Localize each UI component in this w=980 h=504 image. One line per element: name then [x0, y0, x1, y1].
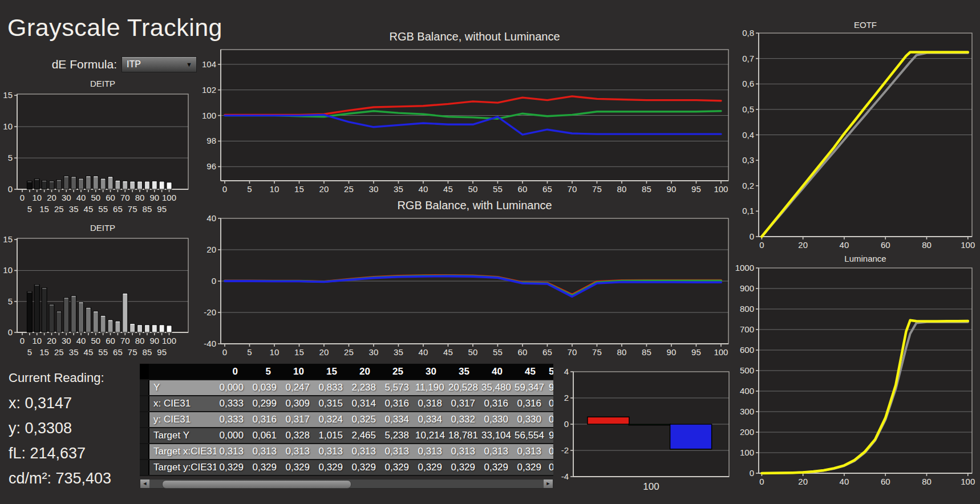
table-cell: 0,313 — [382, 444, 415, 460]
scrollbar-thumb[interactable] — [162, 480, 351, 489]
table-cell: 0,000 — [216, 428, 249, 444]
svg-text:20: 20 — [319, 347, 329, 357]
svg-text:55: 55 — [493, 347, 503, 357]
table-row: Target Y0,0000,0610,3281,0152,4655,23810… — [140, 428, 553, 444]
rgb-balance-without-luminance-chart: 9698100102104051015202530354045505560657… — [197, 26, 736, 197]
table-cell: 0,314 — [349, 396, 382, 412]
table-cell: 56,554 — [514, 428, 547, 444]
table-row-gutter — [140, 444, 149, 460]
table-cell: 0,325 — [349, 412, 382, 428]
svg-text:10: 10 — [270, 347, 280, 357]
svg-text:600: 600 — [740, 345, 754, 355]
table-header-label-cell — [149, 364, 216, 380]
table-column-header: 0 — [216, 364, 249, 380]
svg-text:85: 85 — [143, 347, 152, 356]
svg-text:0: 0 — [750, 468, 754, 478]
table-cell: 0,332 — [448, 412, 481, 428]
deitp-chart-top: 0510150510152025303540455055606570758085… — [0, 74, 194, 214]
svg-text:0: 0 — [20, 336, 25, 346]
svg-text:900: 900 — [740, 283, 754, 293]
svg-text:70: 70 — [120, 193, 130, 202]
table-cell: 0,329 — [349, 460, 382, 475]
svg-text:100: 100 — [961, 240, 975, 250]
svg-text:5: 5 — [247, 184, 252, 194]
svg-text:40: 40 — [206, 213, 216, 223]
svg-text:80: 80 — [922, 477, 932, 486]
svg-text:80: 80 — [617, 347, 627, 357]
table-column-header: 10 — [282, 364, 315, 380]
svg-text:0,5: 0,5 — [742, 104, 754, 114]
table-cell: 0,313 — [514, 444, 547, 460]
scrollbar-left-arrow[interactable]: ◄ — [140, 479, 149, 488]
table-row: Target x:CIE310,3130,3130,3130,3130,3130… — [140, 444, 553, 460]
svg-text:45: 45 — [443, 184, 453, 194]
svg-text:4: 4 — [564, 367, 569, 376]
svg-text:60: 60 — [518, 347, 528, 357]
table-column-header: 25 — [382, 364, 415, 380]
svg-text:30: 30 — [369, 347, 379, 357]
svg-text:90: 90 — [149, 193, 159, 202]
svg-text:50: 50 — [91, 193, 100, 202]
svg-text:90: 90 — [667, 347, 677, 357]
svg-text:100: 100 — [162, 336, 176, 346]
de-formula-dropdown[interactable]: ITP ▼ — [122, 56, 197, 72]
svg-text:75: 75 — [592, 184, 602, 194]
table-cell: 0,000 — [216, 380, 249, 396]
table-cell: 0,333 — [216, 396, 249, 412]
svg-text:0: 0 — [750, 231, 754, 241]
svg-text:5: 5 — [27, 347, 32, 356]
table-cell: 0,329 — [315, 460, 349, 475]
table-cell: 0,318 — [415, 396, 448, 412]
svg-text:0: 0 — [20, 193, 25, 202]
svg-text:60: 60 — [881, 477, 890, 486]
svg-text:40: 40 — [840, 240, 849, 250]
table-cell: 0,329 — [481, 460, 514, 475]
svg-text:45: 45 — [84, 347, 94, 356]
svg-text:50: 50 — [91, 336, 100, 346]
svg-text:100: 100 — [162, 193, 176, 202]
svg-text:200: 200 — [740, 427, 754, 437]
table-row-label: y: CIE31 — [149, 412, 216, 428]
svg-text:0,1: 0,1 — [742, 206, 754, 216]
table-cell: 0,329 — [282, 460, 315, 475]
table-cell: 9 — [547, 380, 553, 396]
svg-text:0: 0 — [759, 240, 764, 250]
scrollbar-right-arrow[interactable]: ► — [544, 479, 553, 488]
table-row: x: CIE310,3330,2990,3090,3150,3140,3160,… — [140, 396, 553, 412]
table-cell: 0,333 — [216, 412, 249, 428]
table-row: Y0,0000,0390,2470,8332,2385,57311,19020,… — [140, 380, 553, 396]
table-cell: 35,480 — [481, 380, 514, 396]
table-cell: 0,334 — [382, 412, 415, 428]
current-reading-title: Current Reading: — [9, 371, 111, 385]
svg-text:25: 25 — [54, 204, 64, 214]
table-cell: 0,329 — [216, 460, 249, 475]
table-row: y: CIE310,3330,3160,3170,3240,3250,3340,… — [140, 412, 553, 428]
svg-text:65: 65 — [542, 184, 552, 194]
table-cell: 9 — [547, 428, 553, 444]
svg-text:500: 500 — [740, 365, 754, 375]
table-cell: 0 — [547, 412, 553, 428]
svg-text:65: 65 — [113, 204, 123, 214]
svg-text:EOTF: EOTF — [854, 20, 877, 30]
svg-text:100: 100 — [740, 448, 754, 457]
table-cell: 0,313 — [216, 444, 249, 460]
table-row-gutter — [140, 380, 149, 396]
table-cell: 0,313 — [282, 444, 315, 460]
table-cell: 0,329 — [382, 460, 415, 475]
table-column-header: 40 — [481, 364, 514, 380]
svg-text:Luminance: Luminance — [844, 254, 886, 263]
table-cell: 10,214 — [415, 428, 448, 444]
table-cell: 1,015 — [315, 428, 349, 444]
svg-text:35: 35 — [69, 347, 79, 356]
svg-text:100: 100 — [714, 184, 728, 194]
luminance-chart: 0100200300400500600700800900100002040608… — [730, 251, 980, 504]
svg-text:40: 40 — [840, 477, 849, 486]
table-header-row: 0510152025303540455 — [140, 364, 553, 380]
table-cell: 0,316 — [514, 396, 547, 412]
table-column-header: 30 — [415, 364, 448, 380]
current-reading-y: y: 0,3308 — [9, 420, 111, 437]
svg-text:0: 0 — [222, 347, 227, 357]
table-horizontal-scrollbar[interactable]: ◄ ► — [140, 479, 553, 489]
table-cell: 0,313 — [249, 444, 282, 460]
de-formula-label: dE Formula: — [0, 58, 117, 71]
